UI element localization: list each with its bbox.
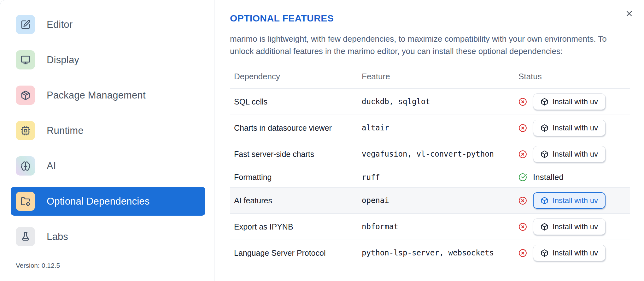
status-cell: Install with uv: [514, 141, 630, 167]
sidebar-item-labs[interactable]: Labs: [11, 222, 205, 251]
table-body: SQL cells duckdb, sqlglot Install with u…: [230, 89, 630, 266]
feature-cell: altair: [358, 115, 514, 141]
column-header-status: Status: [514, 63, 630, 89]
table-row: Fast server-side charts vegafusion, vl-c…: [230, 141, 630, 167]
install-with-uv-button[interactable]: Install with uv: [533, 245, 606, 261]
dependency-cell: Language Server Protocol: [230, 240, 358, 266]
feature-cell: python-lsp-server, websockets: [358, 240, 514, 266]
brain-icon: [16, 156, 35, 176]
sidebar-nav: Editor Display Package Management Runtim…: [11, 10, 205, 258]
sidebar-item-editor[interactable]: Editor: [11, 10, 205, 39]
close-button[interactable]: [624, 9, 634, 19]
install-button-label: Install with uv: [553, 196, 598, 205]
square-pen-icon: [16, 15, 35, 34]
install-button-label: Install with uv: [553, 150, 598, 158]
version-label: Version: 0.12.5: [16, 262, 60, 269]
table-row: Language Server Protocol python-lsp-serv…: [230, 240, 630, 266]
package-icon: [541, 124, 548, 132]
installed-label: Installed: [533, 172, 564, 182]
status-error-icon: [518, 249, 527, 257]
package-icon: [16, 86, 35, 105]
package-icon: [541, 98, 548, 106]
status-cell: Install with uv: [514, 240, 630, 266]
feature-cell: duckdb, sqlglot: [358, 89, 514, 115]
optional-features-panel: OPTIONAL FEATURES marimo is lightweight,…: [214, 0, 644, 281]
install-with-uv-button[interactable]: Install with uv: [533, 120, 606, 136]
table-row: AI features openai Install with uv: [230, 188, 630, 214]
install-with-uv-button[interactable]: Install with uv: [533, 93, 606, 110]
page-title: OPTIONAL FEATURES: [230, 13, 630, 24]
dependency-cell: SQL cells: [230, 89, 358, 115]
package-icon: [541, 249, 548, 257]
table-header-row: Dependency Feature Status: [230, 63, 630, 89]
feature-cell: nbformat: [358, 214, 514, 240]
sidebar-item-label: Editor: [47, 19, 73, 30]
sidebar-item-label: Runtime: [47, 125, 84, 136]
cpu-icon: [16, 121, 35, 140]
folder-cog-icon: [16, 192, 35, 211]
dependency-cell: Charts in datasource viewer: [230, 115, 358, 141]
panel-description: marimo is lightweight, with few dependen…: [230, 33, 626, 57]
sidebar-item-ai[interactable]: AI: [11, 152, 205, 180]
sidebar-item-label: Optional Dependencies: [47, 196, 149, 207]
sidebar-item-runtime[interactable]: Runtime: [11, 116, 205, 145]
dependency-cell: AI features: [230, 188, 358, 214]
dependency-cell: Formatting: [230, 167, 358, 188]
install-with-uv-button[interactable]: Install with uv: [533, 192, 606, 209]
sidebar-item-label: Labs: [47, 231, 68, 242]
status-error-icon: [518, 98, 527, 106]
install-button-label: Install with uv: [553, 123, 598, 132]
sidebar-item-package-management[interactable]: Package Management: [11, 81, 205, 110]
table-row: Export as IPYNB nbformat Install with uv: [230, 214, 630, 240]
dependencies-table: Dependency Feature Status SQL cells duck…: [230, 63, 630, 266]
package-icon: [541, 197, 548, 205]
table-row: Formatting ruff Installed: [230, 167, 630, 188]
status-error-icon: [518, 196, 527, 205]
flask-icon: [16, 227, 35, 246]
install-with-uv-button[interactable]: Install with uv: [533, 146, 606, 162]
status-error-icon: [518, 150, 527, 158]
install-with-uv-button[interactable]: Install with uv: [533, 218, 606, 235]
status-cell: Install with uv: [514, 214, 630, 240]
sidebar-item-display[interactable]: Display: [11, 45, 205, 74]
status-cell: Install with uv: [514, 89, 630, 115]
dependency-cell: Export as IPYNB: [230, 214, 358, 240]
sidebar-item-label: AI: [47, 160, 56, 172]
settings-dialog: Editor Display Package Management Runtim…: [0, 0, 644, 281]
status-cell: Install with uv: [514, 188, 630, 214]
settings-sidebar: Editor Display Package Management Runtim…: [0, 0, 214, 281]
package-icon: [541, 223, 548, 231]
column-header-feature: Feature: [358, 63, 514, 89]
status-cell: Installed: [514, 167, 630, 188]
feature-cell: vegafusion, vl-convert-python: [358, 141, 514, 167]
feature-cell: openai: [358, 188, 514, 214]
table-row: SQL cells duckdb, sqlglot Install with u…: [230, 89, 630, 115]
status-error-icon: [518, 124, 527, 132]
package-icon: [541, 150, 548, 158]
status-error-icon: [518, 223, 527, 231]
column-header-dependency: Dependency: [230, 63, 358, 89]
sidebar-item-label: Package Management: [47, 90, 146, 101]
install-button-label: Install with uv: [553, 248, 598, 257]
feature-cell: ruff: [358, 167, 514, 188]
status-cell: Install with uv: [514, 115, 630, 141]
dependency-cell: Fast server-side charts: [230, 141, 358, 167]
sidebar-item-optional-dependencies[interactable]: Optional Dependencies: [11, 187, 205, 216]
install-button-label: Install with uv: [553, 97, 598, 106]
sidebar-item-label: Display: [47, 54, 79, 66]
table-row: Charts in datasource viewer altair Insta…: [230, 115, 630, 141]
status-installed-icon: [518, 173, 527, 182]
install-button-label: Install with uv: [553, 222, 598, 231]
monitor-icon: [16, 50, 35, 69]
